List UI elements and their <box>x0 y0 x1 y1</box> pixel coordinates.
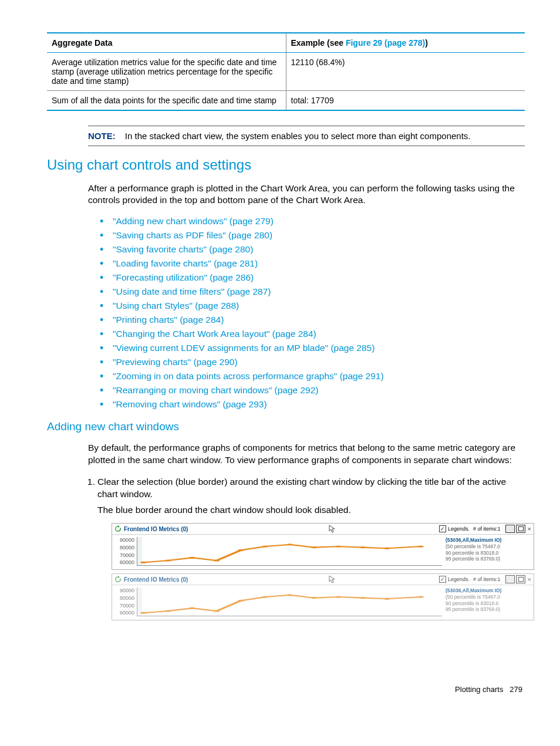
svg-point-12 <box>140 612 146 614</box>
section-title-using-chart-controls: Using chart controls and settings <box>47 157 525 173</box>
link-forecasting-utilization[interactable]: "Forecasting utilization" (page 286) <box>113 272 254 282</box>
refresh-icon[interactable] <box>114 576 122 583</box>
maximize-window-icon[interactable] <box>516 525 525 533</box>
note-box: NOTE: In the stacked chart view, the sys… <box>88 126 525 146</box>
refresh-icon[interactable] <box>114 525 122 532</box>
bullet-list: "Adding new chart windows" (page 279) "S… <box>100 216 525 410</box>
link-date-time-filters[interactable]: "Using date and time filters" (page 287) <box>113 286 271 296</box>
cell-val-0: 12110 (68.4%) <box>286 53 525 91</box>
ytick: 70000 <box>114 552 134 558</box>
cell-desc-1: Sum of all the data points for the speci… <box>47 91 286 111</box>
chart-annotation-1: (53036,All,Maximum IO) (50 percentile is… <box>442 537 531 566</box>
annot-line: 95 percentile is 83769.0) <box>446 556 531 562</box>
close-icon[interactable]: × <box>528 576 531 583</box>
ytick: 90000 <box>114 588 134 593</box>
svg-point-18 <box>286 595 292 596</box>
ytick: 90000 <box>114 537 134 543</box>
annot-line: (50 percentile is 75467.0 <box>446 594 531 600</box>
link-saving-charts-pdf[interactable]: "Saving charts as PDF files" (page 280) <box>113 230 272 240</box>
svg-point-7 <box>311 546 317 548</box>
annot-main: (53036,All,Maximum IO) <box>446 588 531 594</box>
ytick: 60000 <box>114 559 134 565</box>
footer-section: Plotting charts <box>455 685 503 694</box>
close-icon[interactable]: × <box>528 525 531 532</box>
chart-panel-1[interactable]: Frontend IO Metrics (0) ✓ Legends. # of … <box>112 523 534 570</box>
svg-point-10 <box>384 548 390 549</box>
link-zooming[interactable]: "Zooming in on data points across perfor… <box>113 371 384 381</box>
link-chart-styles[interactable]: "Using chart Styles" (page 288) <box>113 301 239 310</box>
legends-toggle-1[interactable]: ✓ Legends. <box>439 525 470 532</box>
svg-point-0 <box>140 562 146 563</box>
table-row: Sum of all the data points for the speci… <box>47 91 525 111</box>
note-text: In the stacked chart view, the system en… <box>125 131 471 141</box>
svg-point-16 <box>238 600 244 602</box>
link-removing[interactable]: "Removing chart windows" (page 293) <box>113 399 267 409</box>
link-viewing-ldev[interactable]: "Viewing current LDEV assignments for an… <box>113 343 375 353</box>
svg-point-6 <box>286 544 292 546</box>
items-count-1: # of items:1 <box>473 526 501 532</box>
link-loading-favorite-charts[interactable]: "Loading favorite charts" (page 281) <box>113 258 258 268</box>
maximize-window-icon[interactable] <box>516 575 525 583</box>
svg-point-22 <box>384 598 390 600</box>
chart-header-2[interactable]: Frontend IO Metrics (0) ✓ Legends. # of … <box>112 574 534 585</box>
svg-point-9 <box>360 546 366 548</box>
plot-area-2[interactable] <box>137 588 442 616</box>
y-axis-1: 90000 80000 70000 60000 <box>114 537 137 565</box>
legends-checkbox-icon[interactable]: ✓ <box>439 525 446 532</box>
link-printing-charts[interactable]: "Printing charts" (page 284) <box>113 315 224 325</box>
plot-area-1[interactable] <box>137 537 442 566</box>
figure-29-link[interactable]: Figure 29 (page 278) <box>346 38 425 48</box>
svg-point-19 <box>311 597 317 599</box>
svg-point-13 <box>165 610 171 612</box>
cursor-icon <box>329 575 336 583</box>
page-footer: Plotting charts 279 <box>47 685 525 694</box>
link-changing-layout[interactable]: "Changing the Chart Work Area layout" (p… <box>113 329 316 339</box>
svg-point-11 <box>417 546 423 548</box>
svg-point-15 <box>214 610 220 612</box>
figure-chart-windows: Frontend IO Metrics (0) ✓ Legends. # of … <box>112 523 534 620</box>
link-saving-favorite-charts[interactable]: "Saving favorite charts" (page 280) <box>113 244 253 254</box>
legends-toggle-2[interactable]: ✓ Legends. <box>439 576 470 583</box>
y-axis-2: 90000 80000 70000 60000 <box>114 588 137 616</box>
svg-point-3 <box>214 560 220 562</box>
cell-desc-0: Average utilization metrics value for th… <box>47 53 286 91</box>
step-1-sub: The blue border around the chart window … <box>97 504 525 517</box>
svg-point-14 <box>189 607 195 609</box>
svg-point-17 <box>262 596 268 598</box>
link-previewing-charts[interactable]: "Previewing charts" (page 290) <box>113 357 238 367</box>
table-row: Average utilization metrics value for th… <box>47 53 525 91</box>
svg-point-23 <box>417 596 423 598</box>
link-rearranging[interactable]: "Rearranging or moving chart windows" (p… <box>113 385 318 395</box>
chart-title-1: Frontend IO Metrics (0) <box>124 526 188 532</box>
section-intro: After a performance graph is plotted in … <box>88 183 525 207</box>
legends-checkbox-icon[interactable]: ✓ <box>439 576 446 583</box>
legends-label: Legends. <box>448 576 470 582</box>
table-header-aggregate: Aggregate Data <box>47 33 286 53</box>
chart-title-2: Frontend IO Metrics (0) <box>124 576 188 583</box>
link-adding-new-chart-windows[interactable]: "Adding new chart windows" (page 279) <box>113 216 274 226</box>
svg-point-2 <box>189 557 195 559</box>
aggregate-data-table: Aggregate Data Example (see Figure 29 (p… <box>47 32 525 111</box>
svg-point-21 <box>360 597 366 599</box>
annot-main: (53036,All,Maximum IO) <box>446 537 531 544</box>
step-1: Clear the selection (blue border) around… <box>97 476 525 517</box>
subsection-intro: By default, the performance graphs of co… <box>88 442 525 467</box>
ytick: 80000 <box>114 545 134 551</box>
th-suffix: ) <box>425 38 428 48</box>
annot-line: 90 percentile is 83018.0 <box>446 550 531 556</box>
subsection-title-adding-new-chart-windows: Adding new chart windows <box>47 420 525 433</box>
restore-window-icon[interactable] <box>505 575 515 583</box>
chart-annotation-2: (53036,All,Maximum IO) (50 percentile is… <box>442 588 531 616</box>
svg-point-4 <box>238 549 244 551</box>
footer-page-number: 279 <box>510 685 522 694</box>
chart-panel-2[interactable]: Frontend IO Metrics (0) ✓ Legends. # of … <box>112 573 534 620</box>
chart-header-1[interactable]: Frontend IO Metrics (0) ✓ Legends. # of … <box>112 524 534 535</box>
svg-point-20 <box>335 596 341 598</box>
step-1-text: Clear the selection (blue border) around… <box>97 477 506 499</box>
cell-val-1: total: 17709 <box>286 91 525 111</box>
steps-list: Clear the selection (blue border) around… <box>81 476 525 517</box>
ytick: 80000 <box>114 595 134 601</box>
ytick: 60000 <box>114 610 134 616</box>
legends-label: Legends. <box>448 526 470 532</box>
restore-window-icon[interactable] <box>505 525 515 533</box>
